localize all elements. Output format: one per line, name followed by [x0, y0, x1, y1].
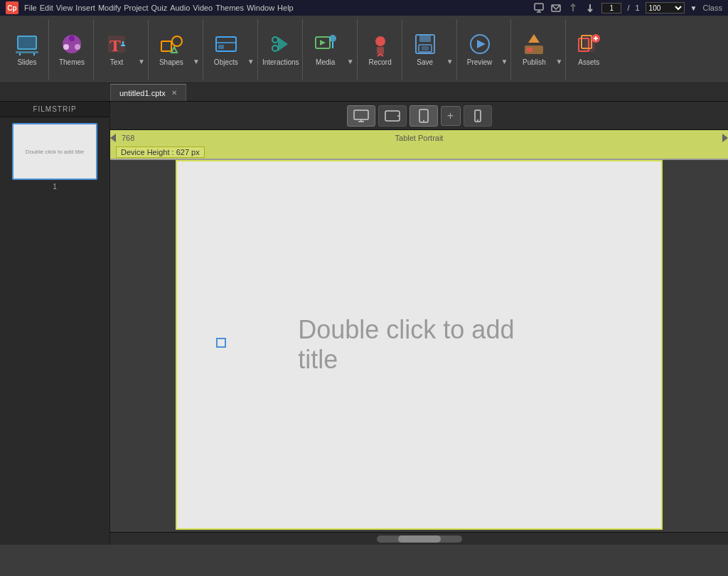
slides-group: Slides — [6, 19, 49, 80]
svg-rect-22 — [218, 45, 224, 49]
objects-dropdown[interactable]: ▼ — [247, 58, 255, 65]
svg-marker-19 — [171, 47, 177, 53]
shapes-button[interactable]: Shapes — [153, 21, 190, 77]
objects-label: Objects — [214, 58, 238, 67]
svg-rect-41 — [527, 48, 532, 52]
media-button[interactable]: Media — [307, 21, 344, 77]
text-label: Text — [110, 58, 123, 67]
menu-window[interactable]: Window — [247, 4, 274, 12]
tab-close-button[interactable]: ✕ — [171, 89, 177, 97]
svg-point-52 — [397, 115, 399, 117]
menu-themes[interactable]: Themes — [215, 4, 244, 12]
assets-group: Assets — [567, 19, 610, 80]
svg-marker-40 — [528, 34, 540, 43]
mobile-button[interactable] — [464, 105, 492, 127]
save-group: Save ▼ — [404, 19, 457, 80]
record-group: Record — [359, 19, 402, 80]
svg-rect-48 — [354, 110, 368, 119]
assets-label: Assets — [578, 58, 599, 67]
media-dropdown[interactable]: ▼ — [347, 58, 354, 65]
menu-file[interactable]: File — [24, 4, 37, 12]
assets-button[interactable]: Assets — [570, 21, 607, 77]
slide-placeholder[interactable]: Double click to add title — [298, 315, 540, 375]
filmstrip-panel: FILMSTRIP Double click to add title 1 — [0, 102, 110, 545]
menu-insert[interactable]: Insert — [75, 4, 95, 12]
save-dropdown[interactable]: ▼ — [446, 58, 454, 65]
publish-dropdown[interactable]: ▼ — [555, 58, 562, 65]
text-icon: T — [104, 31, 129, 57]
text-group: T Text ▼ — [95, 19, 149, 80]
desktop-device-button[interactable] — [347, 105, 375, 127]
add-device-button[interactable]: + — [441, 106, 461, 126]
filmstrip-content[interactable]: Double click to add title 1 — [0, 117, 109, 545]
record-button[interactable]: Record — [362, 21, 399, 77]
menu-help[interactable]: Help — [277, 4, 294, 12]
device-height-bar: Device Height : 627 px — [110, 146, 728, 160]
themes-button[interactable]: Themes — [53, 21, 90, 77]
arrow-down-icon — [584, 2, 596, 14]
bottom-scrollbar[interactable] — [110, 532, 728, 545]
tab-bar: untitled1.cptx ✕ — [0, 83, 728, 102]
menu-edit[interactable]: Edit — [40, 4, 53, 12]
ruler-value: 768 — [122, 134, 134, 142]
ruler-center-label: Tablet Portrait — [395, 134, 444, 142]
publish-group: Publish ▼ — [513, 19, 566, 80]
class-label: Class — [702, 4, 722, 12]
page-number-input[interactable] — [601, 3, 621, 14]
menu-modify[interactable]: Modify — [98, 4, 121, 12]
tablet-landscape-button[interactable] — [378, 105, 407, 127]
preview-label: Preview — [467, 58, 493, 67]
menu-quiz[interactable]: Quiz — [151, 4, 168, 12]
slide-thumbnail[interactable]: Double click to add title — [12, 123, 97, 180]
preview-group: Preview ▼ — [459, 19, 512, 80]
slides-icon — [14, 31, 40, 57]
text-dropdown[interactable]: ▼ — [138, 58, 145, 65]
mail-icon — [550, 2, 562, 14]
preview-dropdown[interactable]: ▼ — [501, 58, 508, 65]
media-label: Media — [316, 58, 335, 67]
horizontal-scrollbar[interactable] — [377, 535, 462, 543]
svg-point-56 — [477, 119, 478, 121]
text-button[interactable]: T Text — [98, 21, 135, 77]
tab-untitled1[interactable]: untitled1.cptx ✕ — [110, 84, 186, 101]
svg-point-18 — [172, 36, 182, 46]
assets-icon — [576, 31, 601, 57]
interactions-icon — [268, 31, 294, 57]
svg-text:T: T — [109, 36, 121, 55]
slide-content[interactable]: Double click to add title — [176, 160, 663, 530]
themes-label: Themes — [59, 58, 85, 67]
save-button[interactable]: Save — [407, 21, 444, 77]
menu-audio[interactable]: Audio — [170, 4, 190, 12]
slide-number: 1 — [6, 183, 104, 191]
scrollbar-thumb[interactable] — [398, 535, 441, 543]
preview-button[interactable]: Preview — [461, 21, 498, 77]
app-logo: Cp — [6, 1, 18, 14]
svg-marker-26 — [320, 40, 326, 46]
interactions-button[interactable]: Interactions — [262, 21, 299, 77]
publish-button[interactable]: Publish — [515, 21, 552, 77]
shapes-dropdown[interactable]: ▼ — [193, 58, 200, 65]
slide-canvas[interactable]: Double click to add title — [110, 160, 728, 532]
objects-button[interactable]: Objects — [208, 21, 245, 77]
media-icon — [313, 31, 338, 57]
svg-point-29 — [375, 36, 385, 46]
ruler-arrow-left — [110, 134, 116, 142]
mobile-icon — [474, 110, 481, 122]
tablet-portrait-button[interactable] — [410, 105, 438, 127]
selection-handle — [216, 338, 226, 348]
menu-project[interactable]: Project — [124, 4, 148, 12]
slides-button[interactable]: Slides — [9, 21, 46, 77]
menu-view[interactable]: View — [56, 4, 73, 12]
shapes-label: Shapes — [159, 58, 183, 67]
zoom-select[interactable]: 100 75 50 150 — [646, 2, 685, 14]
page-separator: / — [627, 4, 629, 12]
ruler-arrow-right — [722, 134, 728, 142]
svg-point-11 — [75, 44, 80, 50]
filmstrip-title: FILMSTRIP — [33, 105, 76, 113]
save-icon — [412, 31, 438, 57]
slides-label: Slides — [17, 58, 36, 67]
svg-rect-0 — [535, 4, 543, 10]
menu-video[interactable]: Video — [193, 4, 213, 12]
objects-group: Objects ▼ — [205, 19, 258, 80]
arrow-up-icon — [567, 2, 579, 14]
